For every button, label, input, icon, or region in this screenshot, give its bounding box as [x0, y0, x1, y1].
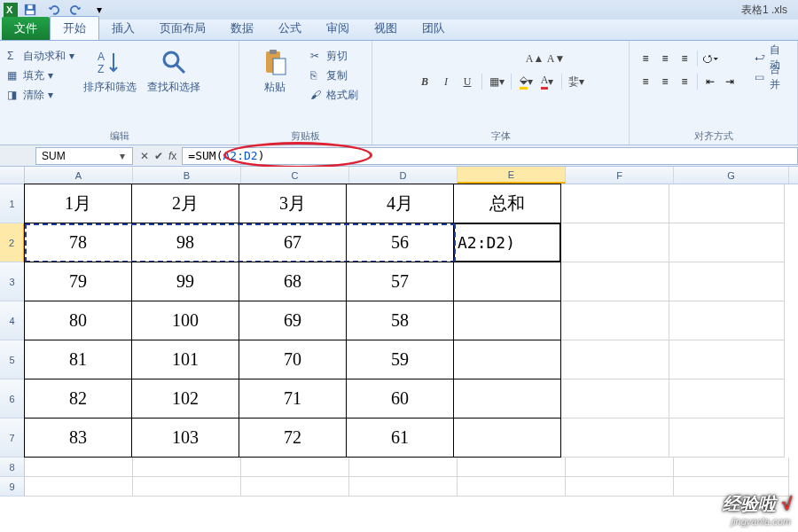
cell[interactable] [453, 379, 561, 419]
row-header-9[interactable]: 9 [0, 477, 25, 497]
cell[interactable] [669, 301, 785, 340]
align-middle-icon[interactable]: ≡ [656, 50, 674, 67]
row-header-7[interactable]: 7 [0, 419, 25, 458]
cell[interactable]: 59 [346, 340, 454, 379]
col-header-G[interactable]: G [674, 167, 789, 184]
cell[interactable]: 72 [239, 418, 347, 458]
format-painter-button[interactable]: 🖌格式刷 [310, 87, 358, 103]
active-cell[interactable]: A2:D2) [453, 223, 561, 262]
cell[interactable]: 83 [24, 418, 132, 458]
sort-filter-button[interactable]: AZ 排序和筛选 [82, 44, 138, 95]
name-box[interactable]: SUM ▾ [35, 147, 133, 165]
row-header-8[interactable]: 8 [0, 458, 25, 477]
cell[interactable] [561, 262, 669, 301]
underline-button[interactable]: U [458, 73, 476, 90]
cell[interactable]: 56 [346, 223, 454, 262]
copy-button[interactable]: ⎘复制 [310, 67, 358, 83]
align-top-icon[interactable]: ≡ [637, 50, 654, 67]
cell[interactable] [453, 262, 561, 301]
cell[interactable]: 3月 [239, 184, 347, 223]
align-bottom-icon[interactable]: ≡ [676, 50, 693, 67]
cell[interactable]: 58 [346, 301, 454, 340]
cell[interactable]: 82 [24, 379, 132, 419]
increase-font-icon[interactable]: A▲ [526, 50, 544, 67]
save-icon[interactable] [23, 3, 37, 17]
cell[interactable]: 61 [346, 418, 454, 458]
italic-button[interactable]: I [437, 73, 455, 90]
tab-insert[interactable]: 插入 [99, 17, 147, 40]
cell[interactable]: 1月 [24, 184, 132, 223]
redo-icon[interactable] [69, 3, 83, 17]
cell[interactable]: 69 [239, 301, 347, 340]
align-left-icon[interactable]: ≡ [637, 73, 654, 90]
cell[interactable]: 79 [24, 262, 132, 301]
increase-indent-icon[interactable]: ⇥ [721, 73, 739, 90]
qat-dropdown-icon[interactable]: ▾ [92, 3, 106, 17]
spreadsheet-grid[interactable]: A B C D E F G 1 1月 2月 3月 4月 总和 2 78 98 6… [0, 167, 798, 497]
cell[interactable]: 102 [131, 379, 239, 419]
cell[interactable] [561, 223, 669, 262]
cell[interactable]: 81 [24, 340, 132, 379]
cell[interactable] [561, 419, 669, 458]
col-header-F[interactable]: F [566, 167, 674, 184]
cell[interactable] [561, 184, 669, 223]
col-header-D[interactable]: D [349, 167, 458, 184]
paste-button[interactable]: 粘贴 [246, 44, 303, 95]
cell[interactable] [561, 301, 669, 340]
undo-icon[interactable] [46, 3, 60, 17]
border-button[interactable]: ▦▾ [488, 73, 505, 90]
autosum-button[interactable]: Σ自动求和 ▾ [7, 48, 74, 64]
cell[interactable] [349, 458, 458, 477]
cell[interactable] [669, 262, 785, 301]
decrease-indent-icon[interactable]: ⇤ [701, 73, 719, 90]
cell[interactable]: 67 [239, 223, 347, 262]
cell[interactable]: 98 [131, 223, 239, 262]
font-color-button[interactable]: A▾ [538, 73, 556, 90]
select-all-corner[interactable] [0, 167, 25, 184]
cell[interactable] [669, 184, 785, 223]
cell[interactable]: 2月 [131, 184, 239, 223]
tab-formula[interactable]: 公式 [266, 17, 314, 40]
cell[interactable]: 103 [131, 418, 239, 458]
align-center-icon[interactable]: ≡ [656, 73, 674, 90]
cell[interactable]: 80 [24, 301, 132, 340]
cell[interactable] [25, 458, 133, 477]
tab-review[interactable]: 审阅 [314, 17, 362, 40]
row-header-5[interactable]: 5 [0, 340, 25, 379]
row-header-2[interactable]: 2 [0, 223, 25, 262]
bold-button[interactable]: B [416, 73, 434, 90]
cell[interactable]: 57 [346, 262, 454, 301]
cell[interactable] [25, 477, 133, 497]
fill-button[interactable]: ▦填充 ▾ [7, 67, 74, 83]
tab-data[interactable]: 数据 [218, 17, 266, 40]
align-right-icon[interactable]: ≡ [676, 73, 693, 90]
cell[interactable] [566, 477, 674, 497]
cell[interactable] [669, 379, 785, 419]
cell[interactable]: 4月 [346, 184, 454, 223]
clear-button[interactable]: ◨清除 ▾ [7, 87, 74, 103]
cell[interactable] [349, 477, 458, 497]
formula-input[interactable]: =SUM(A2:D2) [182, 147, 798, 165]
cancel-icon[interactable]: ✕ [140, 150, 149, 162]
cell[interactable] [133, 458, 241, 477]
cell[interactable]: 100 [131, 301, 239, 340]
cell[interactable] [561, 340, 669, 379]
cell[interactable] [133, 477, 241, 497]
cell[interactable]: 68 [239, 262, 347, 301]
row-header-4[interactable]: 4 [0, 301, 25, 340]
cell[interactable] [241, 477, 349, 497]
cell[interactable] [458, 477, 566, 497]
cell[interactable] [669, 419, 785, 458]
cell[interactable]: 总和 [453, 184, 561, 223]
cell[interactable]: 99 [131, 262, 239, 301]
cell[interactable]: 70 [239, 340, 347, 379]
cell[interactable]: 71 [239, 379, 347, 419]
tab-layout[interactable]: 页面布局 [147, 17, 218, 40]
tab-view[interactable]: 视图 [362, 17, 410, 40]
col-header-A[interactable]: A [25, 167, 133, 184]
fill-color-button[interactable]: ⬙▾ [517, 73, 535, 90]
merge-button[interactable]: ▭合并 [755, 69, 790, 85]
col-header-C[interactable]: C [241, 167, 349, 184]
cut-button[interactable]: ✂剪切 [310, 48, 358, 64]
cell[interactable]: 60 [346, 379, 454, 419]
